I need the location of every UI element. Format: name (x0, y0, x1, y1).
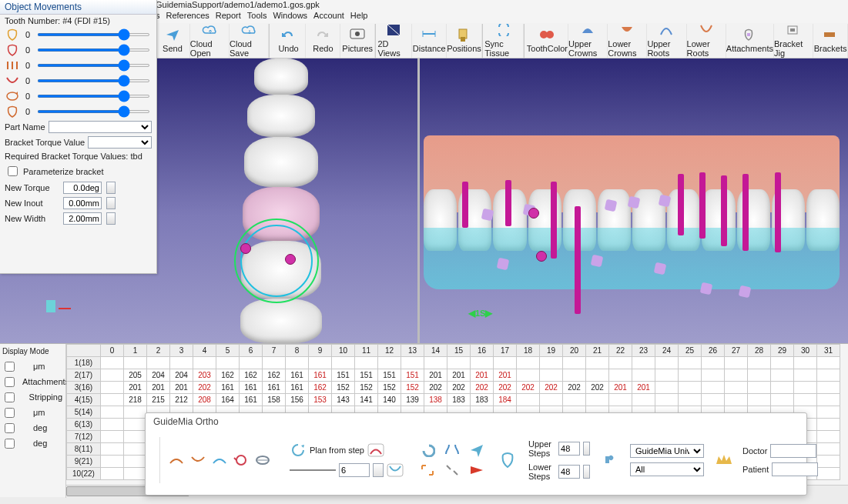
col-header[interactable]: 20 (563, 345, 586, 357)
lower-crowns-button[interactable]: Lower Crowns (608, 24, 647, 58)
grid-cell[interactable] (748, 394, 771, 406)
spinner-icon[interactable] (583, 465, 590, 479)
upper-steps-input[interactable] (558, 442, 580, 456)
grid-cell[interactable] (540, 394, 563, 406)
expand-icon[interactable] (419, 462, 436, 478)
grid-cell[interactable] (702, 394, 725, 406)
row-header[interactable]: 7(12) (67, 431, 101, 443)
grid-cell[interactable] (216, 357, 240, 369)
col-header[interactable]: 17 (494, 345, 517, 357)
grid-cell[interactable]: 161 (286, 382, 309, 394)
grid-cell[interactable]: 162 (309, 382, 332, 394)
grid-cell[interactable] (101, 443, 124, 456)
row-header[interactable]: 2(17) (67, 369, 101, 382)
grid-cell[interactable]: 183 (471, 394, 494, 406)
grid-cell[interactable] (679, 394, 702, 406)
grid-cell[interactable]: 201 (609, 382, 632, 394)
grid-cell[interactable] (101, 394, 124, 406)
grid-cell[interactable] (124, 357, 147, 369)
grid-cell[interactable]: 201 (632, 382, 655, 394)
attachments-button[interactable]: Attachments (726, 24, 774, 58)
grid-cell[interactable]: 151 (401, 369, 424, 382)
movement-slider-5[interactable] (37, 110, 150, 113)
col-header[interactable]: 7 (263, 345, 286, 357)
viewport-splitter[interactable] (417, 58, 420, 343)
step-spinner-icon[interactable] (373, 463, 384, 477)
arch-view-3-icon[interactable] (211, 452, 228, 468)
new-inout-input[interactable] (63, 197, 102, 209)
grid-cell[interactable] (702, 369, 725, 382)
row-header[interactable]: 6(13) (67, 419, 101, 431)
grid-cell[interactable] (817, 394, 840, 406)
col-header[interactable]: 8 (286, 345, 309, 357)
grid-cell[interactable] (817, 369, 840, 382)
grid-cell[interactable] (401, 357, 424, 369)
grid-cell[interactable] (101, 468, 124, 480)
program-select[interactable]: GuideMia Universal (630, 444, 704, 458)
grid-cell[interactable]: 202 (193, 382, 216, 394)
grid-cell[interactable] (771, 357, 794, 369)
grid-cell[interactable]: 161 (240, 382, 263, 394)
grid-cell[interactable] (586, 369, 609, 382)
grid-cell[interactable] (609, 369, 632, 382)
grid-cell[interactable] (817, 468, 840, 480)
patient-input[interactable] (772, 462, 818, 476)
gizmo-ring-icon[interactable] (234, 219, 319, 303)
step-input[interactable] (339, 463, 370, 477)
grid-cell[interactable] (101, 419, 124, 431)
menu-account[interactable]: Account (313, 11, 344, 24)
part-name-select[interactable] (49, 121, 152, 133)
grid-cell[interactable]: 202 (517, 382, 540, 394)
grid-cell[interactable] (193, 357, 216, 369)
grid-cell[interactable]: 161 (286, 369, 309, 382)
grid-cell[interactable]: 204 (170, 369, 193, 382)
reset-view-icon[interactable] (233, 452, 250, 468)
grid-cell[interactable]: 201 (424, 369, 447, 382)
send-plan-icon[interactable] (468, 442, 485, 458)
grid-cell[interactable] (725, 357, 748, 369)
grid-cell[interactable] (725, 369, 748, 382)
distance-button[interactable]: Distance (412, 24, 447, 58)
grid-cell[interactable]: 202 (447, 382, 471, 394)
col-header[interactable]: 26 (702, 345, 725, 357)
grid-cell[interactable]: 151 (332, 369, 355, 382)
grid-cell[interactable] (817, 443, 840, 456)
control-node-icon[interactable] (285, 254, 296, 265)
col-header[interactable]: 14 (424, 345, 447, 357)
grid-cell[interactable]: 208 (193, 394, 216, 406)
cloud-open-button[interactable]: Cloud Open (190, 24, 230, 58)
grid-cell[interactable] (447, 357, 471, 369)
redo-button[interactable]: Redo (306, 24, 340, 58)
grid-cell[interactable] (101, 456, 124, 468)
parameterize-bracket-checkbox[interactable] (8, 166, 18, 176)
grid-cell[interactable]: 202 (563, 382, 586, 394)
col-header[interactable]: 22 (609, 345, 632, 357)
grid-cell[interactable] (632, 357, 655, 369)
tooth-color-button[interactable]: ToothColor (527, 24, 568, 58)
grid-cell[interactable]: 143 (332, 394, 355, 406)
sync-tissue-button[interactable]: Sync Tissue (484, 24, 524, 58)
new-torque-input[interactable] (63, 182, 102, 194)
grid-cell[interactable]: 161 (263, 382, 286, 394)
grid-cell[interactable] (424, 357, 447, 369)
arch-view-2-icon[interactable] (189, 452, 206, 468)
grid-cell[interactable]: 162 (216, 369, 240, 382)
grid-cell[interactable]: 152 (355, 382, 378, 394)
puzzle-icon[interactable] (602, 452, 619, 468)
grid-cell[interactable] (147, 357, 170, 369)
grid-cell[interactable] (101, 369, 124, 382)
col-header[interactable]: 3 (170, 345, 193, 357)
2d-views-button[interactable]: 2D Views (378, 24, 413, 58)
grid-cell[interactable] (794, 369, 817, 382)
grid-cell[interactable] (748, 382, 771, 394)
arch-view-1-icon[interactable] (168, 452, 185, 468)
plan-cycle-icon[interactable] (290, 442, 307, 458)
grid-cell[interactable]: 201 (170, 382, 193, 394)
grid-cell[interactable]: 202 (494, 382, 517, 394)
grid-cell[interactable] (332, 357, 355, 369)
grid-cell[interactable] (471, 357, 494, 369)
upper-roots-button[interactable]: Upper Roots (647, 24, 686, 58)
tooth-tool-icon[interactable] (499, 452, 516, 468)
grid-cell[interactable] (286, 357, 309, 369)
grid-cell[interactable] (563, 369, 586, 382)
